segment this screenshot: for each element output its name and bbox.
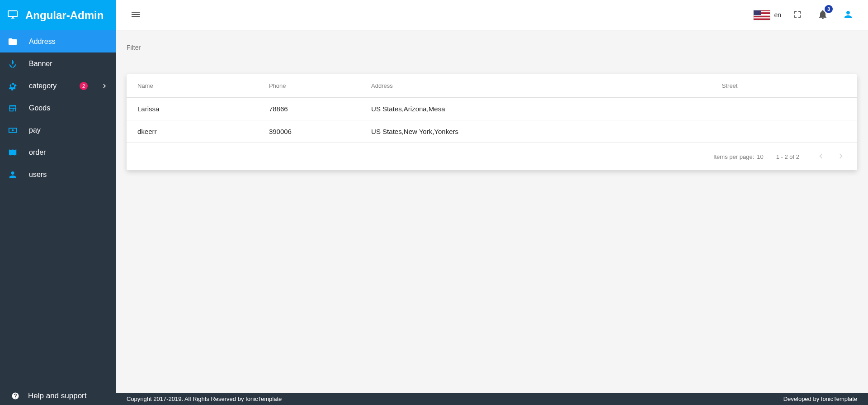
settings-icon (7, 81, 18, 91)
content: Filter Name Phone Address Street Larissa… (116, 30, 868, 393)
sidebar-help-label: Help and support (28, 391, 86, 400)
sidebar-item-banner[interactable]: Banner (0, 52, 116, 75)
column-header-phone[interactable]: Phone (258, 74, 360, 98)
book-icon (7, 147, 18, 158)
nav: Address Banner category 2 Goods (0, 30, 116, 387)
sidebar-item-label: category (29, 82, 69, 90)
money-icon (7, 125, 18, 136)
column-header-address[interactable]: Address (360, 74, 711, 98)
menu-icon (130, 9, 141, 21)
fullscreen-icon (792, 9, 803, 21)
menu-toggle-button[interactable] (127, 6, 145, 24)
column-header-name[interactable]: Name (127, 74, 258, 98)
store-icon (7, 103, 18, 114)
items-per-page-value: 10 (757, 153, 763, 160)
sidebar-item-order[interactable]: order (0, 141, 116, 163)
monitor-icon (7, 9, 18, 21)
column-header-street[interactable]: Street (711, 74, 857, 98)
help-icon (11, 391, 20, 400)
prev-page-button[interactable] (812, 148, 830, 166)
table-header-row: Name Phone Address Street (127, 74, 857, 98)
sidebar-item-label: order (29, 148, 108, 157)
sidebar-item-category[interactable]: category 2 (0, 75, 116, 97)
sidebar-item-pay[interactable]: pay (0, 119, 116, 141)
address-table: Name Phone Address Street Larissa 78866 … (127, 74, 857, 143)
sidebar-item-users[interactable]: users (0, 163, 116, 186)
cell-phone: 390006 (258, 120, 360, 143)
footer: Copyright 2017-2019. All Rights Reserved… (116, 393, 868, 405)
sidebar-badge: 2 (80, 82, 88, 90)
person-icon (843, 9, 854, 21)
table-row[interactable]: Larissa 78866 US States,Arizona,Mesa (127, 98, 857, 120)
main: en 3 Filter (116, 0, 868, 405)
data-card: Name Phone Address Street Larissa 78866 … (127, 74, 857, 170)
fullscreen-button[interactable] (788, 6, 807, 24)
filter-input[interactable] (127, 44, 857, 64)
sidebar: Angular-Admin Address Banner category 2 (0, 0, 116, 405)
cell-street (711, 98, 857, 120)
items-per-page-label: Items per page: (713, 153, 754, 160)
topbar: en 3 (116, 0, 868, 30)
filter-field: Filter (127, 44, 857, 64)
table-row[interactable]: dkeerr 390006 US States,New York,Yonkers (127, 120, 857, 143)
brand[interactable]: Angular-Admin (0, 0, 116, 30)
notifications-button[interactable]: 3 (814, 6, 832, 24)
sidebar-help[interactable]: Help and support (0, 387, 116, 405)
chevron-left-icon (816, 151, 826, 162)
sidebar-item-label: Address (29, 38, 108, 46)
brand-title: Angular-Admin (25, 9, 104, 22)
chevron-right-icon (100, 82, 108, 90)
next-page-button[interactable] (832, 148, 850, 166)
cell-street (711, 120, 857, 143)
language-selector[interactable]: en (753, 10, 781, 20)
cell-phone: 78866 (258, 98, 360, 120)
cell-address: US States,Arizona,Mesa (360, 98, 711, 120)
sidebar-item-label: pay (29, 126, 108, 134)
cell-address: US States,New York,Yonkers (360, 120, 711, 143)
pagination-controls (812, 148, 850, 166)
sidebar-item-label: users (29, 171, 108, 179)
footer-copyright: Copyright 2017-2019. All Rights Reserved… (127, 395, 282, 402)
folder-icon (7, 36, 18, 47)
footer-developed: Developed by IonicTemplate (783, 395, 857, 402)
person-icon (7, 169, 18, 180)
sidebar-item-goods[interactable]: Goods (0, 97, 116, 119)
sidebar-item-label: Goods (29, 104, 108, 112)
flag-us-icon (753, 10, 770, 20)
chevron-right-icon (836, 151, 846, 162)
items-per-page[interactable]: Items per page: 10 (713, 153, 764, 160)
paginator: Items per page: 10 1 - 2 of 2 (127, 143, 857, 170)
cell-name: dkeerr (127, 120, 258, 143)
sidebar-item-address[interactable]: Address (0, 30, 116, 52)
pagination-range: 1 - 2 of 2 (776, 153, 799, 160)
language-code: en (774, 11, 781, 19)
notification-badge: 3 (825, 5, 833, 13)
sidebar-item-label: Banner (29, 60, 108, 68)
profile-button[interactable] (839, 6, 857, 24)
cell-name: Larissa (127, 98, 258, 120)
spa-icon (7, 58, 18, 69)
